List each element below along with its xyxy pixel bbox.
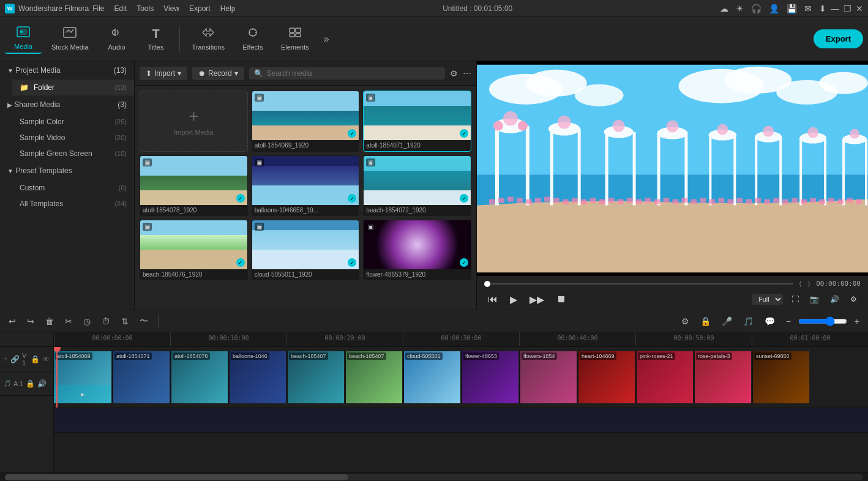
menu-help[interactable]: Help <box>220 4 236 13</box>
clip-balloons[interactable]: balloons-1046 <box>228 351 286 403</box>
redo-button[interactable]: ↪ <box>23 315 38 328</box>
scrollbar-thumb[interactable] <box>5 474 348 480</box>
clip-rose-petals[interactable]: rose-petals-3 <box>694 351 752 403</box>
media-card-7[interactable]: ▣ ✓ cloud-5055011_1920 <box>252 220 360 280</box>
fullscreen-button[interactable]: ⛶ <box>788 294 803 305</box>
progress-thumb[interactable] <box>484 281 490 287</box>
clip-pink-roses[interactable]: pink-roses-21 <box>635 351 694 403</box>
toolbar-transitions[interactable]: Transitions <box>185 24 232 53</box>
toolbar-stock-media[interactable]: Stock Media <box>44 24 96 53</box>
toolbar-audio[interactable]: Audio <box>99 24 135 53</box>
search-input[interactable] <box>267 69 440 78</box>
progress-bar[interactable] <box>484 283 793 285</box>
download-icon[interactable]: ⬇ <box>819 4 826 13</box>
user-icon[interactable]: 👤 <box>769 4 779 13</box>
cloud-icon[interactable]: ☁ <box>720 4 728 13</box>
toolbar-effects[interactable]: Effects <box>234 24 271 53</box>
cut-button[interactable]: ✂ <box>61 315 76 328</box>
toolbar-media[interactable]: Media <box>5 24 42 54</box>
maximize-button[interactable]: ❐ <box>844 5 851 12</box>
tl-sep-1 <box>158 315 159 327</box>
shared-media-header[interactable]: ▶ Shared Media (3) <box>0 95 134 114</box>
media-card-3[interactable]: ▣ ✓ atoll-1854078_1920 <box>140 155 248 216</box>
toolbar-expand-button[interactable]: » <box>319 31 334 47</box>
svg-rect-48 <box>842 140 845 206</box>
clip-sunset[interactable]: sunset-69850 <box>752 351 810 403</box>
track-eye-icon[interactable]: 👁 <box>42 355 50 364</box>
tl-zoom-out-button[interactable]: − <box>782 315 795 328</box>
quality-select[interactable]: Full 1/2 1/4 <box>752 294 783 305</box>
export-button[interactable]: Export <box>814 29 863 48</box>
import-button[interactable]: ⬆ Import ▾ <box>140 67 187 80</box>
track-lock-icon[interactable]: 🔒 <box>31 355 40 364</box>
minimize-button[interactable]: — <box>831 5 839 12</box>
save-icon[interactable]: 💾 <box>787 4 797 13</box>
media-card-2[interactable]: ▣ ✓ atoll-1854071_1920 <box>363 91 471 152</box>
menu-view[interactable]: View <box>163 4 179 13</box>
project-media-header[interactable]: ▼ Project Media (13) <box>0 61 134 80</box>
sun-icon[interactable]: ☀ <box>736 4 744 13</box>
clip-beach-2[interactable]: beach-185407 <box>345 351 403 403</box>
sidebar-item-all-templates[interactable]: All Templates (24) <box>12 196 134 212</box>
track-link-icon[interactable]: 🔗 <box>10 355 20 364</box>
zoom-slider[interactable] <box>798 316 847 326</box>
media-card-5[interactable]: ▣ ✓ beach-1854072_1920 <box>363 155 471 216</box>
preset-templates-header[interactable]: ▼ Preset Templates <box>0 162 134 180</box>
sidebar-item-custom[interactable]: Custom (0) <box>12 180 134 196</box>
stop-button[interactable]: ⏹ <box>553 293 570 306</box>
record-button[interactable]: ⏺ Record ▾ <box>192 67 244 80</box>
screenshot-button[interactable]: 📷 <box>806 294 823 305</box>
tl-mic-button[interactable]: 🎤 <box>718 315 736 328</box>
grid-view-button[interactable]: ⋯ <box>463 69 471 78</box>
sidebar-item-folder[interactable]: 📁 Folder (13) <box>12 80 134 95</box>
tl-audio-button[interactable]: 🎵 <box>739 315 757 328</box>
sidebar-item-sample-video[interactable]: Sample Video (20) <box>12 130 134 146</box>
tl-settings-button[interactable]: ⚙ <box>678 315 693 328</box>
sidebar-item-sample-color[interactable]: Sample Color (25) <box>12 114 134 130</box>
settings-button[interactable]: ⚙ <box>847 294 861 305</box>
menu-export[interactable]: Export <box>189 4 211 13</box>
timeline-scrollbar[interactable] <box>0 472 868 481</box>
clip-atoll-1[interactable]: atoll-1854069 ▶ <box>54 351 112 403</box>
undo-button[interactable]: ↩ <box>5 315 20 328</box>
mail-icon[interactable]: ✉ <box>804 4 812 13</box>
clip-atoll-3[interactable]: atoll-1854078 <box>170 351 228 403</box>
volume-button[interactable]: 🔊 <box>826 294 843 305</box>
waveform-button[interactable]: 〜 <box>136 314 152 329</box>
clip-heart[interactable]: heart-104669 <box>577 351 635 403</box>
tl-zoom-in-button[interactable]: + <box>851 315 863 328</box>
tl-lock-button[interactable]: 🔒 <box>697 315 714 328</box>
menu-file[interactable]: File <box>92 4 104 13</box>
skip-back-button[interactable]: ⏮ <box>484 293 501 306</box>
media-card-1[interactable]: ▣ ✓ atoll-1854069_1920 <box>252 91 360 152</box>
adjust-button[interactable]: ⇅ <box>118 315 132 328</box>
close-button[interactable]: ✕ <box>856 5 863 12</box>
skip-forward-button[interactable]: ▶▶ <box>526 293 548 307</box>
toolbar-titles[interactable]: T Titles <box>138 24 174 53</box>
clip-beach-1[interactable]: beach-185407 <box>286 351 345 403</box>
crop-button[interactable]: ◷ <box>80 315 94 328</box>
trim-button[interactable]: ⏱ <box>98 315 114 328</box>
track-a1-lock[interactable]: 🔒 <box>26 379 35 388</box>
filter-button[interactable]: ⚙ <box>450 69 458 78</box>
playhead[interactable] <box>56 347 58 408</box>
clip-flower[interactable]: flower-48653 <box>461 351 519 403</box>
headset-icon[interactable]: 🎧 <box>751 4 761 13</box>
import-placeholder[interactable]: + Import Media <box>140 91 248 152</box>
menu-edit[interactable]: Edit <box>114 4 127 13</box>
delete-button[interactable]: 🗑 <box>42 315 58 328</box>
toolbar-elements[interactable]: Elements <box>274 24 316 53</box>
track-a1-mute[interactable]: 🔊 <box>37 379 47 388</box>
menu-tools[interactable]: Tools <box>137 4 154 13</box>
media-card-4[interactable]: ▣ ✓ balloons-1046658_19... <box>252 155 360 216</box>
clip-flowers[interactable]: flowers-1854 <box>519 351 577 403</box>
svg-rect-60 <box>563 199 569 204</box>
clip-atoll-2[interactable]: atoll-1854071 <box>112 351 170 403</box>
tl-subtitle-button[interactable]: 💬 <box>761 315 779 328</box>
media-card-8[interactable]: ▣ ✓ flower-4865379_1920 <box>363 220 471 280</box>
track-add-icon[interactable]: + <box>4 355 8 364</box>
media-card-6[interactable]: ▣ ✓ beach-1854076_1920 <box>140 220 248 280</box>
sidebar-item-sample-green[interactable]: Sample Green Screen (10) <box>12 146 134 162</box>
play-button[interactable]: ▶ <box>506 293 521 307</box>
clip-cloud[interactable]: cloud-505501 <box>403 351 461 403</box>
